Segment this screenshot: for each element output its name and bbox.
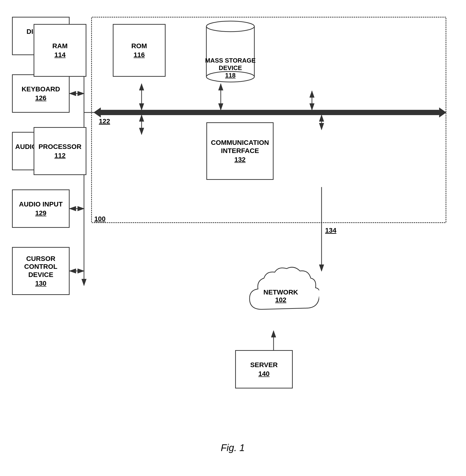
mass-storage-label: MASS STORAGE DEVICE 118	[204, 57, 257, 79]
mass-storage-number: 118	[204, 72, 257, 79]
system-label: 100	[94, 215, 105, 223]
figure-caption: Fig. 1	[221, 442, 245, 453]
network-label: NETWORK 102	[264, 288, 298, 304]
ram-title: RAM	[52, 42, 68, 50]
ram-number: 114	[55, 51, 66, 59]
svg-text:134: 134	[325, 227, 337, 234]
server-box: SERVER 140	[235, 350, 293, 388]
network-title: NETWORK	[264, 288, 298, 296]
rom-box: ROM 116	[113, 24, 165, 77]
rom-title: ROM	[131, 42, 147, 50]
server-title: SERVER	[250, 361, 278, 369]
processor-box: PROCESSOR 112	[34, 127, 86, 175]
keyboard-title: KEYBOARD	[22, 85, 60, 93]
cursor-control-number: 130	[35, 280, 47, 287]
comm-interface-number: 132	[234, 156, 246, 164]
diagram-container: 122	[10, 10, 456, 460]
keyboard-box: KEYBOARD 126	[12, 74, 70, 113]
cursor-control-box: CURSOR CONTROL DEVICE 130	[12, 247, 70, 295]
audio-input-box: AUDIO INPUT 129	[12, 189, 70, 228]
ram-box: RAM 114	[34, 24, 86, 77]
network-cloud: NETWORK 102	[242, 261, 319, 324]
audio-input-title: AUDIO INPUT	[19, 200, 63, 208]
mass-storage-cylinder: MASS STORAGE DEVICE 118	[204, 17, 257, 84]
processor-title: PROCESSOR	[39, 143, 82, 151]
rom-number: 116	[134, 51, 145, 59]
svg-point-27	[206, 21, 254, 32]
cursor-control-title: CURSOR CONTROL DEVICE	[13, 255, 69, 279]
server-number: 140	[258, 370, 270, 378]
mass-storage-title: MASS STORAGE DEVICE	[204, 57, 257, 72]
comm-interface-title: COMMUNICATION INTERFACE	[207, 139, 273, 155]
network-number: 102	[264, 296, 298, 304]
processor-number: 112	[55, 152, 66, 159]
keyboard-number: 126	[35, 94, 47, 102]
audio-input-number: 129	[35, 209, 47, 217]
comm-interface-box: COMMUNICATION INTERFACE 132	[206, 122, 274, 180]
